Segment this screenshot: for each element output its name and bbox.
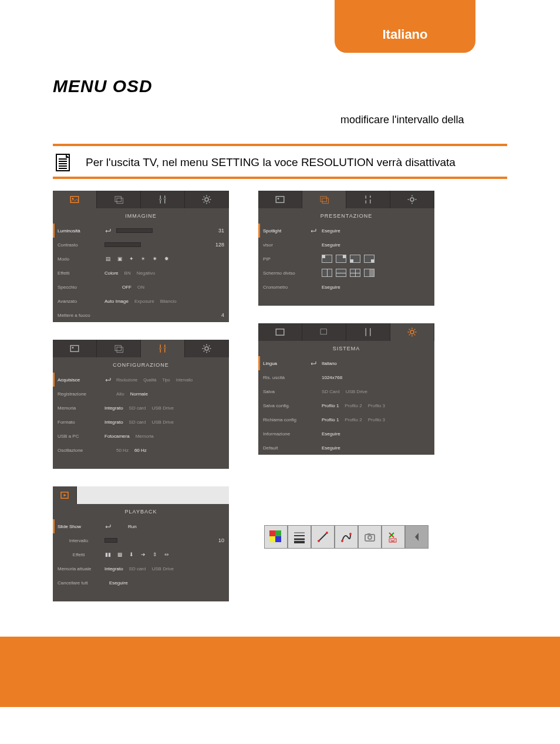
tab-presentation[interactable]	[302, 191, 346, 208]
mode-micro-icon[interactable]: ✶	[140, 255, 147, 262]
tab-image[interactable]	[258, 323, 302, 341]
row-advanced[interactable]: Avanzato Auto ImageExposureBilancio	[53, 294, 229, 308]
opt[interactable]: Exposure	[134, 299, 154, 304]
tab-image[interactable]	[53, 340, 97, 357]
opt[interactable]: Fotocamera	[104, 434, 130, 439]
tab-settings[interactable]	[141, 340, 185, 357]
row-effects[interactable]: Effetti ColoreBNNegativo	[53, 266, 229, 280]
mode-macro-icon[interactable]: ✷	[151, 255, 158, 262]
tool-collapse[interactable]	[405, 525, 429, 549]
row-focus[interactable]: Mettere a fuoco 4	[53, 308, 229, 322]
opt[interactable]: Negativo	[137, 270, 156, 276]
row-format[interactable]: Formato IntegratoSD cardUSB Drive	[53, 415, 229, 429]
row-output-res[interactable]: Ris. uscità 1024x768	[258, 370, 434, 384]
slider[interactable]	[104, 242, 141, 247]
row-interval[interactable]: Intervallo 10	[53, 533, 229, 547]
row-visor[interactable]: visor Eseguire	[258, 238, 434, 252]
tool-line-width[interactable]	[288, 525, 311, 549]
tab-settings[interactable]	[346, 191, 390, 208]
fx-split-h-icon[interactable]: ⇔	[163, 551, 170, 558]
opt[interactable]: Profilo 3	[368, 403, 385, 408]
opt[interactable]: Qualità	[143, 378, 156, 382]
opt[interactable]: Alto	[116, 391, 124, 397]
opt[interactable]: SD card	[129, 405, 146, 411]
mode-infinity-icon[interactable]: ✹	[163, 255, 170, 262]
pip-tl-icon[interactable]	[322, 255, 332, 263]
opt[interactable]: Profilo 2	[345, 403, 362, 408]
row-save-config[interactable]: Salva config. Profilo 1Profilo 2Profilo …	[258, 398, 434, 412]
opt[interactable]: Eseguire	[322, 228, 340, 234]
tab-image[interactable]	[53, 191, 97, 208]
pip-bl-icon[interactable]	[350, 255, 360, 263]
split-v-icon[interactable]	[322, 269, 332, 277]
tab-system[interactable]	[390, 323, 434, 341]
row-information[interactable]: Informazione Eseguire	[258, 427, 434, 441]
opt[interactable]: Normale	[130, 391, 148, 397]
opt[interactable]: Eseguire	[322, 285, 340, 290]
opt[interactable]: Profilo 1	[322, 403, 339, 408]
pip-tr-icon[interactable]	[336, 255, 346, 263]
opt[interactable]: Auto Image	[104, 299, 129, 304]
opt[interactable]: ON	[137, 285, 144, 290]
row-slideshow[interactable]: Slide Show Run	[53, 519, 229, 533]
mode-motion-icon[interactable]: ✦	[128, 255, 135, 262]
tool-erase[interactable]	[382, 525, 405, 549]
row-capture[interactable]: Acquisisce RisoluzioneQualitàTipoInterva…	[53, 373, 229, 387]
tab-presentation[interactable]	[97, 340, 141, 357]
opt[interactable]: Profilo 1	[322, 417, 339, 422]
row-recall-config[interactable]: Richiama config Profilo 1Profilo 2Profil…	[258, 412, 434, 427]
opt[interactable]: Colore	[104, 270, 119, 276]
opt[interactable]: Italiano	[322, 361, 337, 366]
fx-slide-right-icon[interactable]: ➜	[140, 551, 147, 558]
split-quad-icon[interactable]	[350, 269, 360, 277]
opt[interactable]: Profilo 3	[368, 417, 385, 422]
opt[interactable]: Tipo	[162, 378, 170, 382]
opt[interactable]: SD card	[129, 566, 146, 571]
opt[interactable]: 60 Hz	[134, 448, 147, 453]
opt[interactable]: Memoria	[136, 434, 154, 439]
opt[interactable]: Integrato	[104, 405, 123, 411]
pip-br-icon[interactable]	[364, 255, 375, 263]
opt[interactable]: SD Card	[322, 389, 340, 394]
tab-image[interactable]	[258, 191, 302, 208]
tab-system[interactable]	[185, 191, 229, 208]
opt[interactable]: Risoluzione	[116, 378, 137, 382]
opt[interactable]: Profilo 2	[345, 417, 362, 422]
opt[interactable]: Intervallo	[176, 378, 193, 382]
tool-free-draw[interactable]	[335, 525, 358, 549]
row-effects[interactable]: Effetti ▮▮ ▩ ⬇ ➜ ⇕ ⇔	[53, 547, 229, 562]
row-pip[interactable]: PIP	[258, 252, 434, 266]
opt[interactable]: USB Drive	[151, 420, 173, 425]
row-usb[interactable]: USB a PC FotocameraMemoria	[53, 429, 229, 443]
fx-split-v-icon[interactable]: ⇕	[151, 551, 158, 558]
row-delete-all[interactable]: Cancellare tutt Eseguire	[53, 576, 229, 590]
opt[interactable]: SD card	[129, 420, 146, 425]
opt[interactable]: Run	[128, 524, 137, 529]
opt[interactable]: BN	[124, 270, 131, 276]
row-save[interactable]: Salva SD CardUSB Drive	[258, 384, 434, 398]
row-language[interactable]: Lingua Italiano	[258, 356, 434, 370]
tool-color-picker[interactable]	[264, 525, 288, 549]
opt[interactable]: USB Drive	[151, 566, 173, 571]
row-mirror[interactable]: Specchio OFFON	[53, 280, 229, 294]
fx-slide-down-icon[interactable]: ⬇	[128, 551, 135, 558]
opt[interactable]: 50 Hz	[116, 448, 129, 453]
fx-checker-icon[interactable]: ▩	[116, 551, 123, 558]
opt[interactable]: OFF	[122, 285, 131, 290]
opt[interactable]: USB Drive	[151, 405, 173, 411]
opt[interactable]: Bilancio	[160, 299, 177, 304]
split-h-icon[interactable]	[336, 269, 346, 277]
row-contrast[interactable]: Contrasto 128	[53, 238, 229, 252]
opt[interactable]: USB Drive	[346, 389, 367, 394]
row-timer[interactable]: Cronometro Eseguire	[258, 280, 434, 294]
tab-presentation[interactable]	[97, 191, 141, 208]
opt[interactable]: Integrato	[104, 566, 123, 571]
tool-straight-line[interactable]	[311, 525, 335, 549]
tab-settings[interactable]	[346, 323, 390, 341]
tab-system[interactable]	[185, 340, 229, 357]
slider[interactable]	[104, 538, 117, 543]
row-split[interactable]: Schermo diviso	[258, 266, 434, 280]
mode-photo-icon[interactable]: ▣	[116, 255, 123, 262]
row-memory[interactable]: Memoria IntegratoSD cardUSB Drive	[53, 401, 229, 415]
opt[interactable]: 1024x768	[322, 375, 342, 380]
